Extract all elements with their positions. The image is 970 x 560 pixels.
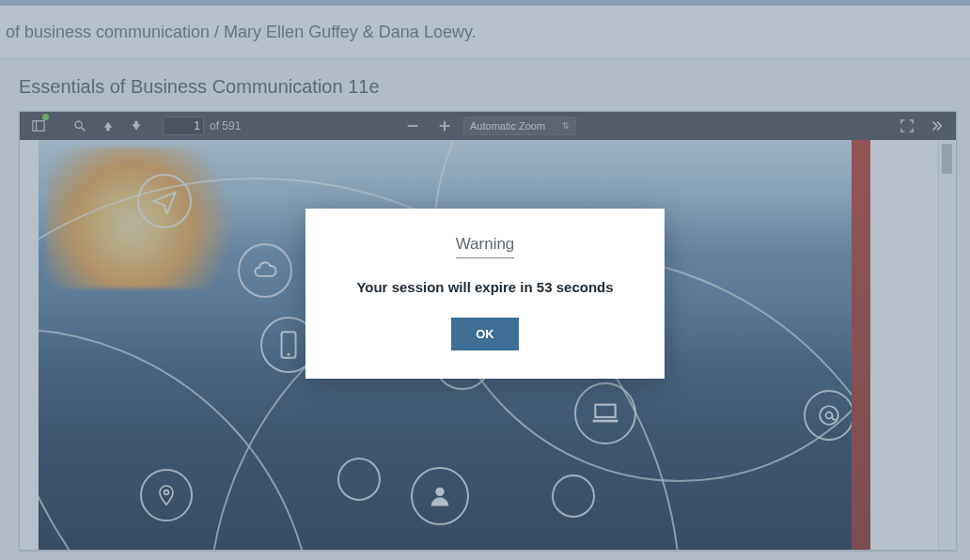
ok-button[interactable]: OK: [451, 318, 519, 350]
session-warning-dialog: Warning Your session will expire in 53 s…: [305, 209, 665, 379]
dialog-title: Warning: [456, 235, 515, 258]
modal-overlay: Warning Your session will expire in 53 s…: [0, 0, 970, 560]
dialog-message: Your session will expire in 53 seconds: [330, 279, 640, 295]
